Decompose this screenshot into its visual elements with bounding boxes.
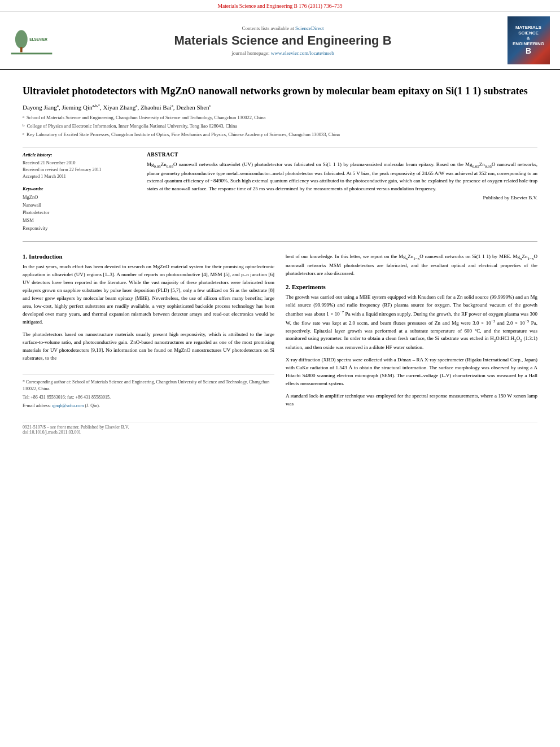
abstract-col: ABSTRACT Mg0.05Zn0.95O nanowall networks… xyxy=(147,152,537,232)
affiliation-b: b College of Physics and Electronic Info… xyxy=(23,123,537,130)
svg-point-1 xyxy=(15,30,28,49)
footnote-star: * Corresponding author at: School of Mat… xyxy=(23,379,274,392)
journal-header: ELSEVIER Contents lists available at Sci… xyxy=(0,12,560,70)
issn-text: 0921-5107/$ – see front matter. Publishe… xyxy=(23,425,129,430)
badge-title: MATERIALSSCIENCE&ENGINEERINGB xyxy=(513,25,544,56)
bottom-bar: 0921-5107/$ – see front matter. Publishe… xyxy=(23,422,537,435)
body-section: 1. Introduction In the past years, much … xyxy=(23,253,537,412)
article-info-col: Article history: Received 21 November 20… xyxy=(23,152,135,232)
section2-para3: A standard lock-in amplifier technique w… xyxy=(286,392,537,408)
journal-reference-text: Materials Science and Engineering B 176 … xyxy=(218,3,343,9)
section1-para1: In the past years, much effort has been … xyxy=(23,263,274,326)
mseb-badge-area: MATERIALSSCIENCE&ENGINEERINGB xyxy=(506,16,551,64)
received-date: Received 21 November 2010 xyxy=(23,160,135,167)
section2-para2: X-ray diffraction (XRD) spectra were col… xyxy=(286,356,537,388)
divider-2 xyxy=(23,241,537,242)
abstract-title: ABSTRACT xyxy=(147,152,537,158)
article-info-abstract-section: Article history: Received 21 November 20… xyxy=(23,152,537,232)
divider-1 xyxy=(23,147,537,147)
journal-url-link[interactable]: www.elsevier.com/locate/mseb xyxy=(271,50,334,56)
keyword-3: Photodetector xyxy=(23,209,135,217)
accepted-date: Accepted 1 March 2011 xyxy=(23,173,135,180)
svg-rect-2 xyxy=(20,47,23,52)
section1-number: 1. xyxy=(23,253,29,260)
contents-line: Contents lists available at ScienceDirec… xyxy=(242,25,324,31)
authors-line: Dayong Jianga, Jieming Qina,b,*, Xiyan Z… xyxy=(23,103,537,111)
article-history: Article history: Received 21 November 20… xyxy=(23,152,135,180)
section2-para1: The growth was carried out using a MBE s… xyxy=(286,294,537,352)
doi-text: doi:10.1016/j.mseb.2011.03.001 xyxy=(23,430,129,435)
elsevier-logo-icon: ELSEVIER xyxy=(9,27,54,55)
article-history-label: Article history: xyxy=(23,152,135,158)
issn-line: 0921-5107/$ – see front matter. Publishe… xyxy=(23,425,129,435)
journal-title-area: Contents lists available at ScienceDirec… xyxy=(65,16,500,64)
footnote-section: * Corresponding author at: School of Mat… xyxy=(23,374,274,409)
keyword-1: MgZnO xyxy=(23,194,135,202)
affiliations: a School of Materials Science and Engine… xyxy=(23,114,537,138)
keywords-label: Keywords: xyxy=(23,186,135,191)
affiliation-a: a School of Materials Science and Engine… xyxy=(23,114,537,121)
journal-homepage: journal homepage: www.elsevier.com/locat… xyxy=(231,50,334,56)
keyword-2: Nanowall xyxy=(23,202,135,209)
elsevier-logo-area: ELSEVIER xyxy=(9,16,60,64)
keywords-section: Keywords: MgZnO Nanowall Photodetector M… xyxy=(23,186,135,232)
keyword-4: MSM xyxy=(23,217,135,225)
keyword-5: Responsivity xyxy=(23,225,135,233)
received-revised-date: Received in revised form 22 February 201… xyxy=(23,167,135,173)
section2-number: 2. xyxy=(286,283,292,290)
affiliation-c: c Key Laboratory of Excited State Proces… xyxy=(23,131,537,138)
section1-heading: 1. Introduction xyxy=(23,253,274,260)
published-by: Published by Elsevier B.V. xyxy=(147,195,537,200)
footnote-email: E-mail address: qjnqh@sohu.com (J. Qin). xyxy=(23,403,274,409)
journal-reference-bar: Materials Science and Engineering B 176 … xyxy=(0,0,560,12)
section2-heading: 2. Experiments xyxy=(286,283,537,290)
abstract-section: ABSTRACT Mg0.05Zn0.95O nanowall networks… xyxy=(147,152,537,200)
svg-text:ELSEVIER: ELSEVIER xyxy=(29,37,47,41)
section1-para2: The photodetectors based on nanostructur… xyxy=(23,331,274,362)
section1-continuation: best of our knowledge. In this letter, w… xyxy=(286,253,537,278)
abstract-text: Mg0.05Zn0.95O nanowall networks ultravio… xyxy=(147,161,537,193)
section1-title: Introduction xyxy=(29,253,63,260)
body-right-col: best of our knowledge. In this letter, w… xyxy=(286,253,537,412)
footnote-tel: Tel: +86 431 85583016; fax: +86 431 8558… xyxy=(23,394,274,401)
section2-title: Experiments xyxy=(292,283,326,290)
journal-title: Materials Science and Engineering B xyxy=(174,33,391,48)
email-link[interactable]: qjnqh@sohu.com xyxy=(52,403,84,408)
paper-content: Ultraviolet photodetectors with MgZnO na… xyxy=(0,70,560,440)
sciencedirect-link[interactable]: ScienceDirect xyxy=(295,25,323,31)
body-two-col: 1. Introduction In the past years, much … xyxy=(23,253,537,412)
body-left-col: 1. Introduction In the past years, much … xyxy=(23,253,274,412)
mseb-badge: MATERIALSSCIENCE&ENGINEERINGB xyxy=(508,16,550,64)
paper-title: Ultraviolet photodetectors with MgZnO na… xyxy=(23,85,537,98)
